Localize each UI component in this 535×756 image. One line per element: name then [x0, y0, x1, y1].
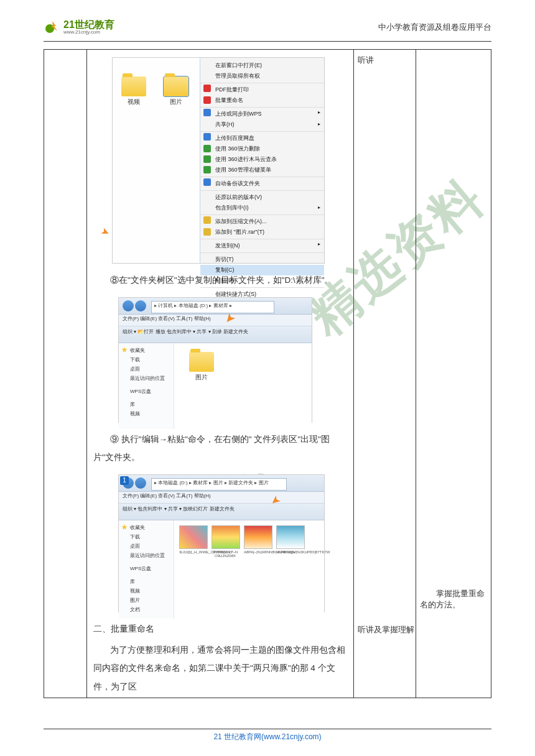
- column-3-student: 听讲 听讲及掌握理解: [354, 50, 416, 698]
- step-badge: 1: [120, 476, 129, 485]
- note-goal: 掌握批量重命名的方法。: [420, 588, 491, 611]
- sidebar-item[interactable]: 最近访问的位置: [121, 551, 171, 560]
- column-1: [44, 50, 87, 698]
- sidebar-item[interactable]: 下载: [121, 532, 171, 542]
- sidebar-favorites[interactable]: 收藏夹: [121, 346, 171, 355]
- logo-title: 21世纪教育: [63, 20, 114, 30]
- menu-item[interactable]: 共享(H)▸: [200, 119, 324, 130]
- sidebar-item[interactable]: 库: [121, 577, 171, 586]
- sidebar-item[interactable]: WPS云盘: [121, 564, 171, 573]
- 360-icon: [203, 145, 211, 152]
- folder-icon: [164, 76, 188, 96]
- rar-icon: [203, 216, 211, 224]
- menu-item[interactable]: 自动备份该文件夹: [200, 177, 324, 189]
- sidebar-item[interactable]: 桌面: [121, 542, 171, 551]
- menu-item[interactable]: 管理员取得所有权: [200, 71, 324, 81]
- rename-icon: [203, 96, 211, 104]
- menu-item[interactable]: 添加到压缩文件(A)...: [200, 214, 324, 227]
- menu-item[interactable]: 上传到百度网盘: [200, 131, 324, 144]
- submenu-arrow-icon: ▸: [318, 121, 320, 127]
- sidebar-item[interactable]: 视频: [121, 409, 171, 418]
- forward-button[interactable]: [135, 477, 146, 489]
- folder-icon: [121, 76, 146, 96]
- menu-item[interactable]: 发送到(N)▸: [200, 239, 324, 251]
- sidebar-item[interactable]: 最近访问的位置: [121, 374, 171, 383]
- footer-rule: [44, 729, 491, 729]
- paragraph-rename-intro: 为了方便整理和利用，通常会将同一主题的图像文件用包含相同内容的文件名来命名，如第…: [93, 641, 347, 696]
- sidebar-item[interactable]: 桌面: [121, 364, 171, 374]
- folder-pics[interactable]: 图片: [161, 76, 191, 106]
- address-bar[interactable]: ▸ 计算机 ▸ 本地磁盘 (D:) ▸ 素材库 ▸: [151, 301, 274, 313]
- menu-bar[interactable]: 文件(F) 编辑(E) 查看(V) 工具(T) 帮助(H): [119, 315, 312, 326]
- sidebar-item[interactable]: 视频: [121, 586, 171, 596]
- rar-icon: [203, 228, 211, 236]
- backup-icon: [203, 178, 211, 186]
- folder-label: 视频: [128, 98, 140, 105]
- thumb-image: [212, 525, 240, 549]
- content-table: 精选资料 尽在此 1 视频 图片 在新窗口中打开(E) 管理: [44, 49, 491, 698]
- menu-item[interactable]: 添加到 "图片.rar"(T): [200, 227, 324, 237]
- 360-icon: [203, 166, 211, 173]
- sidebar-item[interactable]: WPS云盘: [121, 387, 171, 396]
- screenshot-context-menu: 1 视频 图片 在新窗口中打开(E) 管理员取得所有权 PDF批量打印 批量重: [112, 57, 325, 264]
- thumbnail[interactable]: 3P594]1LK7~N O9UJNZ08X: [212, 525, 239, 558]
- star-icon: [121, 347, 128, 353]
- thumbnail[interactable]: 3L0J@[_H_WWE_CTVP5WPLY: [179, 525, 207, 558]
- cloud-icon: [203, 109, 211, 116]
- menu-item[interactable]: PDF批量打印: [200, 83, 324, 95]
- nav-buttons: [123, 300, 146, 311]
- note-listen: 听讲: [358, 55, 412, 66]
- thumbnail[interactable]: A8PA[~]%)9RNNBOXJ4KON]V: [244, 525, 271, 558]
- sidebar-item[interactable]: 文档: [121, 605, 171, 614]
- context-menu: 在新窗口中打开(E) 管理员取得所有权 PDF批量打印 批量重命名 上传或同步到…: [200, 58, 324, 263]
- annotation-arrow-icon: ➤: [100, 224, 112, 239]
- thumb-image: [276, 525, 305, 549]
- menu-item[interactable]: 包含到库中(I)▸: [200, 203, 324, 213]
- forward-button[interactable]: [135, 300, 146, 311]
- thumbnail[interactable]: H6PB%@H]%0KUP8X]87TK7W: [276, 525, 304, 558]
- menu-item[interactable]: 粘贴(P): [200, 275, 324, 286]
- explorer-titlebar: ▸ 本地磁盘 (D:) ▸ 素材库 ▸ 图片 ▸ 新建文件夹 ▸ 图片 ➤: [119, 475, 324, 492]
- menu-item[interactable]: 在新窗口中打开(E): [200, 60, 324, 71]
- footer-text: 21 世纪教育网: [213, 732, 261, 741]
- sidebar-item[interactable]: 下载: [121, 355, 171, 364]
- menu-bar[interactable]: 文件(F) 编辑(E) 查看(V) 工具(T) 帮助(H): [119, 492, 324, 504]
- note-listen-understand: 听讲及掌握理解: [358, 624, 414, 635]
- page-footer: 21 世纪教育网(www.21cnjy.com): [0, 729, 535, 742]
- submenu-arrow-icon: ▸: [318, 109, 320, 115]
- menu-item[interactable]: 上传或同步到WPS▸: [200, 107, 324, 119]
- page: 21世纪教育 www.21cnjy.com 中小学教育资源及组卷应用平台 精选资…: [0, 0, 535, 756]
- submenu-arrow-icon: ▸: [318, 241, 320, 247]
- sidebar: 收藏夹 下载 桌面 最近访问的位置 WPS云盘 库 视频: [119, 343, 174, 429]
- menu-item[interactable]: 使用 360进行木马云查杀: [200, 154, 324, 165]
- menu-item[interactable]: 使用 360管理右键菜单: [200, 165, 324, 175]
- submenu-arrow-icon: ▸: [318, 205, 320, 210]
- column-2-main: 精选资料 尽在此 1 视频 图片 在新窗口中打开(E) 管理: [87, 50, 354, 698]
- menu-item[interactable]: 使用 360强力删除: [200, 144, 324, 154]
- menu-item[interactable]: 剪切(T): [200, 252, 324, 265]
- screenshot-explorer-result: 1 ▸ 本地磁盘 (D:) ▸ 素材库 ▸ 图片 ▸ 新建文件夹 ▸ 图片 ➤ …: [118, 474, 325, 612]
- pdf-icon: [203, 85, 211, 92]
- sidebar-item[interactable]: 图片: [121, 596, 171, 605]
- header-rule: [44, 41, 491, 42]
- file-area: 图片: [174, 343, 312, 429]
- toolbar[interactable]: 组织 ▾ 包含到库中 ▾ 共享 ▾ 放映幻灯片 新建文件夹: [119, 504, 324, 520]
- folder-icon: [189, 352, 214, 372]
- menu-item[interactable]: 批量重命名: [200, 95, 324, 106]
- menu-item-copy[interactable]: 复制(C): [200, 265, 324, 275]
- address-bar[interactable]: ▸ 本地磁盘 (D:) ▸ 素材库 ▸ 图片 ▸ 新建文件夹 ▸ 图片: [151, 478, 287, 491]
- folder-video[interactable]: 视频: [119, 76, 149, 106]
- folder-pics[interactable]: 图片: [187, 352, 216, 382]
- back-button[interactable]: [123, 300, 134, 311]
- thumb-image: [244, 525, 272, 549]
- 360-icon: [203, 155, 211, 163]
- header-right-text: 中小学教育资源及组卷应用平台: [378, 22, 491, 33]
- logo-icon: [44, 19, 61, 36]
- sidebar-item[interactable]: 库: [121, 400, 171, 409]
- menu-item[interactable]: 还原以前的版本(V): [200, 190, 324, 203]
- logo: 21世纪教育 www.21cnjy.com: [44, 19, 114, 36]
- footer-url: (www.21cnjy.com): [261, 732, 321, 741]
- sidebar-favorites[interactable]: 收藏夹: [121, 523, 171, 532]
- toolbar[interactable]: 组织 ▾ 📂打开 播放 包含到库中 ▾ 共享 ▾ 刻录 新建文件夹: [119, 326, 312, 343]
- screenshot-explorer-target: ▸ 计算机 ▸ 本地磁盘 (D:) ▸ 素材库 ▸ ➤ 文件(F) 编辑(E) …: [118, 297, 312, 423]
